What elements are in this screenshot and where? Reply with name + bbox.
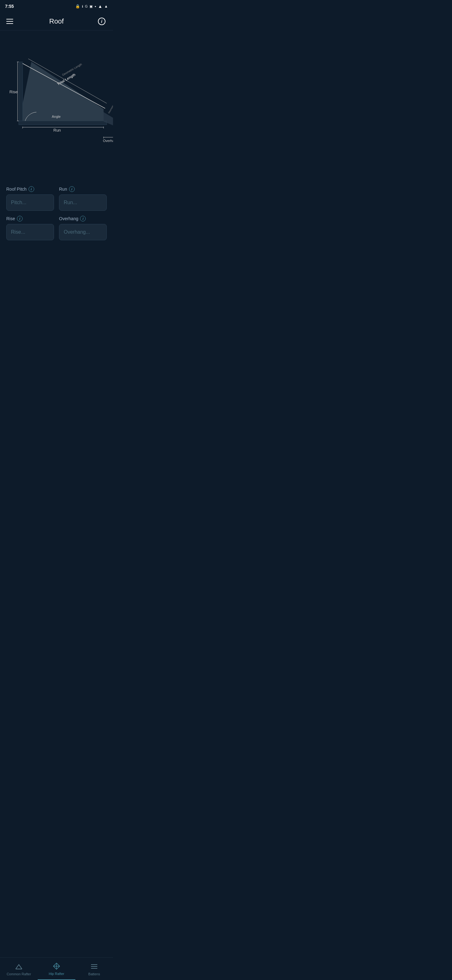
wifi-icon: ▲ [98, 4, 102, 9]
rise-label-row: Rise i [6, 216, 54, 221]
app-title: Roof [49, 17, 64, 25]
roof-pitch-input[interactable] [6, 194, 54, 211]
rise-group: Rise i [6, 216, 54, 240]
svg-rect-3 [19, 121, 107, 125]
menu-line-3 [6, 23, 13, 24]
rise-label: Rise [6, 216, 15, 221]
input-section: Roof Pitch i Run i Rise i Overhang i [0, 181, 113, 250]
input-row-1: Roof Pitch i Run i [6, 186, 107, 211]
overhang-label-row: Overhang i [59, 216, 107, 221]
run-group: Run i [59, 186, 107, 211]
svg-rect-2 [19, 62, 22, 125]
run-label-row: Run i [59, 186, 107, 192]
roof-pitch-label: Roof Pitch [6, 186, 27, 192]
overhang-info-button[interactable]: i [80, 216, 86, 221]
run-label: Run [53, 128, 61, 132]
dot-icon: ● [95, 5, 96, 8]
status-bar: 7:55 🔒 ℹ G ▣ ● ▲ ▲ [0, 0, 113, 13]
menu-button[interactable] [5, 15, 17, 28]
roof-diagram-svg: Geometric Length Total Length Geometric … [0, 30, 113, 181]
run-label: Run [59, 186, 67, 192]
notification-icon: ℹ [82, 5, 83, 8]
app-bar: Roof i [0, 13, 113, 30]
run-info-button[interactable]: i [69, 186, 75, 192]
rise-input[interactable] [6, 224, 54, 240]
storage-icon: ▣ [89, 5, 93, 8]
info-button[interactable]: i [95, 15, 108, 28]
lock-icon: 🔒 [75, 4, 80, 8]
menu-line-1 [6, 19, 13, 19]
run-input[interactable] [59, 194, 107, 211]
overhang-label: Overhang [59, 216, 78, 221]
angle-label: Angle [52, 115, 60, 118]
roof-pitch-label-row: Roof Pitch i [6, 186, 54, 192]
overhang-group: Overhang i [59, 216, 107, 240]
overhang-input[interactable] [59, 224, 107, 240]
status-time: 7:55 [5, 4, 14, 9]
info-icon: i [98, 18, 105, 25]
rise-info-button[interactable]: i [17, 216, 22, 221]
rise-label: Rise [10, 89, 17, 94]
diagram-area: Geometric Length Total Length Geometric … [0, 30, 113, 181]
input-row-2: Rise i Overhang i [6, 216, 107, 240]
signal-icon: ▲ [104, 4, 108, 8]
google-icon: G [85, 5, 88, 8]
roof-pitch-info-button[interactable]: i [29, 186, 34, 192]
roof-pitch-group: Roof Pitch i [6, 186, 54, 211]
status-icons: 🔒 ℹ G ▣ ● ▲ ▲ [75, 4, 108, 9]
overhang-label: Overhang [103, 139, 113, 143]
menu-line-2 [6, 21, 13, 22]
